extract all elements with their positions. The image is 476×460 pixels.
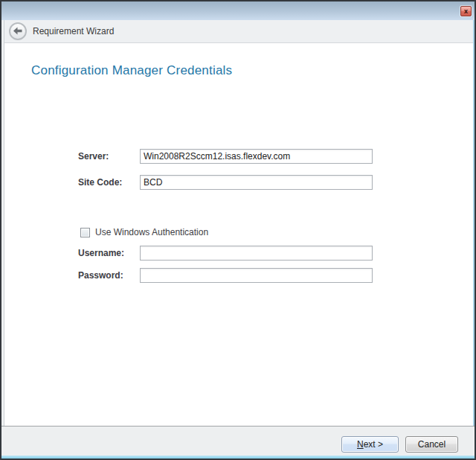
footer-bar: Next > Cancel	[1, 426, 475, 456]
password-label: Password:	[78, 268, 140, 283]
window-left-edge	[1, 20, 4, 456]
wizard-header: Requirement Wizard	[1, 20, 475, 43]
username-row: Username:	[78, 246, 140, 261]
close-icon[interactable]: x	[460, 6, 472, 16]
password-row: Password:	[78, 268, 140, 283]
site-code-input[interactable]	[140, 175, 373, 190]
username-label: Username:	[78, 246, 140, 261]
wizard-window: x Requirement Wizard Configuration Manag…	[0, 0, 476, 460]
windows-auth-checkbox[interactable]	[80, 228, 90, 237]
titlebar: x	[1, 1, 475, 20]
windows-auth-label[interactable]: Use Windows Authentication	[95, 227, 208, 237]
page-title: Configuration Manager Credentials	[31, 63, 232, 78]
window-right-edge	[473, 20, 475, 456]
server-label: Server:	[78, 149, 140, 164]
windows-auth-row: Use Windows Authentication	[80, 226, 208, 238]
back-arrow-icon	[13, 27, 23, 36]
server-row: Server:	[78, 149, 140, 164]
next-button[interactable]: Next >	[341, 436, 399, 453]
password-input[interactable]	[140, 268, 373, 283]
back-button[interactable]	[9, 22, 27, 40]
server-input[interactable]	[140, 149, 373, 164]
cancel-button[interactable]: Cancel	[405, 436, 458, 453]
wizard-title: Requirement Wizard	[33, 20, 114, 43]
site-code-label: Site Code:	[78, 175, 140, 190]
username-input[interactable]	[140, 246, 373, 261]
site-code-row: Site Code:	[78, 175, 140, 190]
window-bottom-accent	[1, 456, 475, 459]
